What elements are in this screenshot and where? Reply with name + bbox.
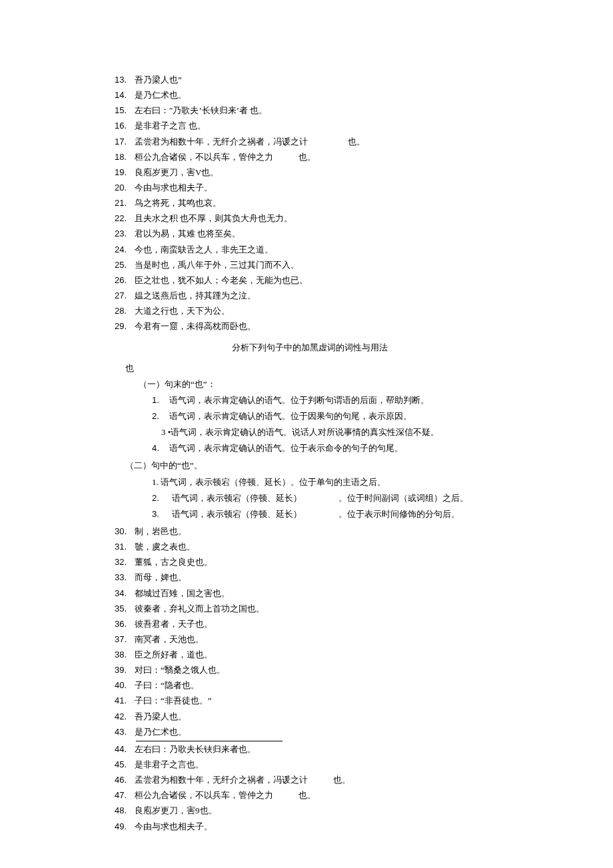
item-text: 君以为易，其难 也将至矣。 (135, 227, 513, 240)
list-item: 21.鸟之将死，其鸣也哀。 (107, 197, 513, 210)
document-page: 13.吾乃梁人也” 14.是乃仁术也。 15.左右曰：″乃歌夫’长铗归来’者 也… (0, 0, 613, 868)
sub-item: 2. 语气词，表示顿宕（停顿、延长） 。位于时间副词（或词组）之后。 (152, 492, 513, 505)
item-number: 47. (107, 789, 127, 802)
list-item: 14.是乃仁术也。 (107, 89, 513, 102)
list-item: 39.对曰：“翳桑之饿人也。 (107, 663, 513, 677)
item-number: 48. (107, 804, 127, 817)
separator-rule (136, 741, 283, 741)
item-number: 34. (107, 587, 127, 600)
item-text: 左右曰：乃歌夫长铗归来者也。 (135, 743, 513, 756)
list-item: 47.桓公九合诸侯，不以兵车，管仲之力也。 (107, 789, 513, 802)
item-number: 17. (107, 135, 127, 149)
item-number: 36. (107, 618, 127, 631)
item-text: 大道之行也，天下为公。 (135, 304, 513, 318)
item-text: 子曰：“非吾徒也。” (135, 694, 513, 707)
item-text: 彼秦者，弃礼义而上首功之国也。 (135, 602, 513, 616)
item-text: 是乃仁术也。 (135, 89, 513, 102)
list-item: 34.都城过百雉，国之害也。 (107, 587, 513, 600)
item-number: 27. (107, 289, 127, 302)
sub-number: 3 • (161, 427, 171, 437)
list-item: 40.子曰：“隐者也。 (107, 679, 513, 692)
topic-label: 也 (125, 362, 513, 375)
item-text: 鸟之将死，其鸣也哀。 (135, 197, 513, 210)
list-item: 27.媪之送燕后也，持其踵为之泣。 (107, 289, 513, 302)
item-text: 南冥者，天池也。 (135, 633, 513, 646)
list-item: 36.彼吾君者，天子也。 (107, 618, 513, 631)
sub-item: 3. 语气词，表示顿宕（停顿、延长） 。位于表示时间修饰的分句后。 (152, 508, 513, 521)
list-item: 33.而母，婢也。 (107, 571, 513, 584)
item-text: 吾乃梁人也” (135, 73, 513, 87)
list-item: 38.臣之所好者，道也。 (107, 648, 513, 661)
item-text: 是非君子之言 也。 (135, 119, 513, 133)
list-item: 28.大道之行也，天下为公。 (107, 304, 513, 318)
item-text: 孟尝君为相数十年，无纤介之祸者，冯谖之计也。 (135, 773, 513, 787)
item-text: 子曰：“隐者也。 (135, 679, 513, 692)
subheading-b: （二）句中的“也”。 (125, 459, 513, 472)
sub-item: 4. 语气词，表示肯定确认的语气。位于表示命令的句子的句尾。 (152, 442, 513, 455)
item-number: 41. (107, 694, 127, 707)
list-item: 46.孟尝君为相数十年，无纤介之祸者，冯谖之计也。 (107, 773, 513, 787)
item-number: 20. (107, 181, 127, 195)
list-item: 49.今由与求也相夫子。 (107, 820, 513, 833)
item-number: 23. (107, 227, 127, 240)
list-item: 25.当是时也，禹八年于外，三过其门而不入。 (107, 258, 513, 272)
item-text: 良庖岁更刀，害V也。 (135, 166, 513, 179)
item-text: 今君有一窟，未得高枕而卧也。 (135, 320, 513, 333)
list-item: 35.彼秦者，弃礼义而上首功之国也。 (107, 602, 513, 616)
item-number: 30. (107, 525, 127, 538)
sub-text-left: 语气词，表示顿宕（停顿、延长） (172, 492, 318, 505)
item-number: 14. (107, 89, 127, 102)
list-item: 31.虢，虞之表也。 (107, 540, 513, 554)
list-item: 41.子曰：“非吾徒也。” (107, 694, 513, 707)
item-number: 13. (107, 73, 127, 87)
list-item: 37.南冥者，天池也。 (107, 633, 513, 646)
item-text: 都城过百雉，国之害也。 (135, 587, 513, 600)
item-text: 董狐，古之良史也。 (135, 556, 513, 569)
item-number: 39. (107, 663, 127, 677)
item-number: 32. (107, 556, 127, 569)
list-item: 26.臣之壮也，犹不如人；今老矣，无能为也已。 (107, 274, 513, 287)
item-number: 38. (107, 648, 127, 661)
list-item: 18.桓公九合诸侯，不以兵车，管仲之力也。 (107, 151, 513, 164)
sub-number: 1. (152, 394, 169, 407)
list-item: 32.董狐，古之良史也。 (107, 556, 513, 569)
list-block-3: 44.左右曰：乃歌夫长铗归来者也。 45.是非君子之言也。 46.孟尝君为相数十… (107, 743, 513, 833)
item-number: 16. (107, 119, 127, 133)
item-text: 且夫水之积 也不厚，则其负大舟也无力。 (135, 212, 513, 225)
subheading-a: （一）句末的“也”： (139, 378, 513, 391)
item-text: 吾乃梁人也。 (135, 710, 513, 723)
item-number: 42. (107, 710, 127, 723)
item-number: 44. (107, 743, 127, 756)
sub-number: 4. (152, 442, 169, 455)
item-text: 虢，虞之表也。 (135, 540, 513, 554)
item-number: 37. (107, 633, 127, 646)
list-item: 44.左右曰：乃歌夫长铗归来者也。 (107, 743, 513, 756)
list-item: 30.制，岩邑也。 (107, 525, 513, 538)
item-number: 25. (107, 258, 127, 272)
item-text: 是乃仁术也。 (135, 725, 513, 739)
list-item: 19.良庖岁更刀，害V也。 (107, 166, 513, 179)
list-item: 29.今君有一窟，未得高枕而卧也。 (107, 320, 513, 333)
item-number: 22. (107, 212, 127, 225)
list-item: 17.孟尝君为相数十年，无纤介之祸者，冯谖之计也。 (107, 135, 513, 149)
sub-item: 3 •语气词，表示肯定确认的语气。说话人对所说事情的真实性深信不疑。 (161, 426, 513, 439)
item-number: 45. (107, 758, 127, 771)
item-text: 今由与求也相夫子。 (135, 820, 513, 833)
sub-text-left: 语气词，表示顿宕（停顿、延长） (172, 508, 318, 521)
item-text: 左右曰：″乃歌夫’长铗归来’者 也。 (135, 104, 513, 117)
item-text: 当是时也，禹八年于外，三过其门而不入。 (135, 258, 513, 272)
item-text: 今也，南蛮鴃舌之人，非先王之道。 (135, 243, 513, 256)
item-text: 制，岩邑也。 (135, 525, 513, 538)
item-number: 15. (107, 104, 127, 117)
item-number: 29. (107, 320, 127, 333)
list-item: 20.今由与求也相夫子。 (107, 181, 513, 195)
item-number: 49. (107, 820, 127, 833)
sub-item: 1. 语气词，表示顿宕（停顿、延长）。位于单句的主语之后。 (152, 476, 513, 489)
sub-number: 3. (152, 508, 172, 521)
item-text: 而母，婢也。 (135, 571, 513, 584)
item-text: 桓公九合诸侯，不以兵车，管仲之力也。 (135, 151, 513, 164)
sub-text: 语气词，表示肯定确认的语气。位于表示命令的句子的句尾。 (169, 442, 513, 455)
list-block-2: 30.制，岩邑也。 31.虢，虞之表也。 32.董狐，古之良史也。 33.而母，… (107, 525, 513, 739)
item-text: 媪之送燕后也，持其踵为之泣。 (135, 289, 513, 302)
sub-item: 2. 语气词，表示肯定确认的语气。位于因果句的句尾，表示原因。 (152, 410, 513, 423)
